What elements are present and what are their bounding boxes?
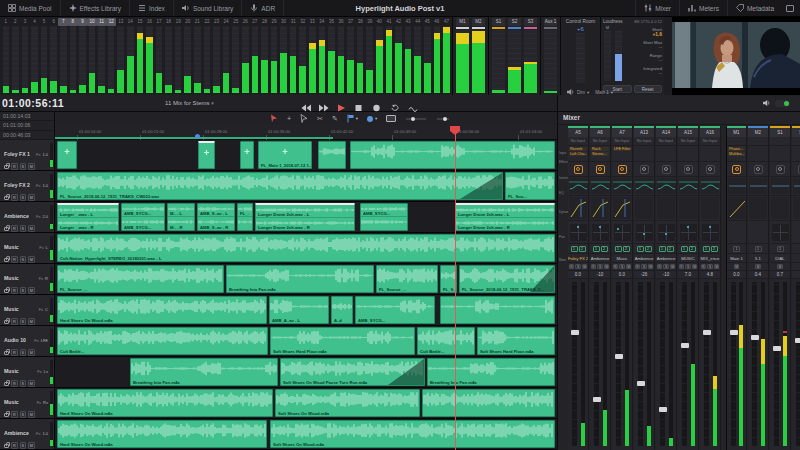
- strip-input[interactable]: No Input: [656, 137, 676, 146]
- strip-track-name[interactable]: Music: [612, 254, 632, 263]
- track-r-button[interactable]: R: [11, 287, 18, 294]
- track-lane[interactable]: FL_Main 1_2018-07-12 1...: [55, 140, 557, 170]
- strip-r-button[interactable]: R: [679, 264, 685, 270]
- strip-track-name[interactable]: Ambience: [634, 254, 654, 263]
- strip-effects[interactable]: [748, 146, 768, 162]
- strip-eq[interactable]: [727, 177, 746, 196]
- fader-handle[interactable]: [637, 381, 645, 386]
- track-lane[interactable]: Longer _.wav - LLonger _.wav - RAMB_SYCG…: [55, 202, 557, 232]
- fader-track[interactable]: [660, 282, 665, 446]
- strip-dynamics[interactable]: [792, 196, 800, 221]
- audio-clip[interactable]: Longer _.wav - LLonger _.wav - R: [57, 203, 119, 231]
- insert-power-button[interactable]: [618, 165, 627, 174]
- effect-item[interactable]: Stereo...: [591, 152, 609, 156]
- audio-clip[interactable]: [318, 141, 346, 169]
- track-header[interactable]: MusicFxLRSM: [0, 233, 55, 263]
- strip-eq[interactable]: [700, 177, 720, 196]
- strip-eq[interactable]: [748, 177, 768, 196]
- audio-clip[interactable]: FL_Sou...: [505, 172, 555, 200]
- record-button[interactable]: [372, 98, 383, 116]
- strip-dynamics[interactable]: [612, 196, 632, 221]
- fader-handle[interactable]: [795, 338, 800, 343]
- lock-icon[interactable]: [4, 351, 9, 355]
- fader-handle[interactable]: [571, 330, 579, 335]
- fader-track[interactable]: [616, 282, 621, 446]
- fader-track[interactable]: [572, 282, 577, 446]
- track-s-button[interactable]: S: [20, 349, 27, 356]
- audio-clip[interactable]: [240, 141, 254, 169]
- track-header[interactable]: Foley FX 2Fx1.0RSM: [0, 171, 55, 201]
- strip-effects[interactable]: [700, 146, 720, 162]
- effect-item[interactable]: LFE Filter: [613, 147, 631, 151]
- audio-clip[interactable]: FL_Source_2018-06-12_1931_TRAKS_CW003.wa…: [57, 172, 503, 200]
- audio-clip[interactable]: Soft Shoes Hard Floor.m4a: [270, 327, 415, 355]
- strip-r-button[interactable]: R: [657, 264, 663, 270]
- strip-track-name[interactable]: MIX_ence: [700, 254, 720, 263]
- audio-clip[interactable]: Hard Shoes On Wood.m4a: [57, 420, 267, 448]
- strip-input[interactable]: [792, 137, 800, 146]
- audio-clip[interactable]: M.. - LM.. - R: [167, 203, 195, 231]
- lock-icon[interactable]: [4, 165, 9, 169]
- fader-track[interactable]: [774, 282, 779, 446]
- fader-handle[interactable]: [615, 354, 623, 359]
- strip-m-button[interactable]: M: [714, 264, 720, 270]
- track-m-button[interactable]: M: [28, 194, 35, 201]
- fader-handle[interactable]: [659, 407, 667, 412]
- scrub-button[interactable]: [408, 98, 419, 116]
- fader-track[interactable]: [796, 282, 800, 446]
- audio-clip[interactable]: Cult Battle...: [57, 327, 268, 355]
- audio-clip[interactable]: Soft Shoes On Wood.m4a: [275, 389, 420, 417]
- fader-track[interactable]: [704, 282, 709, 446]
- track-lane[interactable]: Hard Shoes On Wood.m4aSoft Shoes On Wood…: [55, 388, 557, 418]
- track-m-button[interactable]: M: [28, 349, 35, 356]
- audio-clip[interactable]: [350, 141, 555, 169]
- audio-clip[interactable]: Breathing Into Fan.m4a: [226, 265, 374, 293]
- strip-input[interactable]: [727, 137, 746, 146]
- track-r-button[interactable]: R: [11, 411, 18, 418]
- strip-eq[interactable]: [678, 177, 698, 196]
- strip-pan[interactable]: [770, 221, 790, 244]
- audio-clip[interactable]: [422, 389, 555, 417]
- strip-r-button[interactable]: R: [613, 264, 619, 270]
- track-m-button[interactable]: M: [28, 287, 35, 294]
- main-assign-chip[interactable]: 1: [593, 246, 600, 252]
- track-header[interactable]: MusicFxRsRSM: [0, 388, 55, 418]
- audio-clip[interactable]: AMB_A..av - L: [269, 296, 329, 324]
- track-s-button[interactable]: S: [20, 380, 27, 387]
- main-assign-chip[interactable]: 1: [777, 246, 784, 252]
- effect-item[interactable]: Multiba...: [728, 152, 745, 156]
- main-assign-chip[interactable]: 1: [755, 246, 762, 252]
- strip-effects[interactable]: [656, 146, 676, 162]
- track-s-button[interactable]: S: [20, 194, 27, 201]
- track-r-button[interactable]: R: [11, 256, 18, 263]
- track-header[interactable]: AmbienceFx2.0RSM: [0, 202, 55, 232]
- track-header[interactable]: Foley FX 1Fx1.0RSM: [0, 140, 55, 170]
- strip-eq[interactable]: [634, 177, 654, 196]
- stop-button[interactable]: [354, 98, 365, 116]
- track-m-button[interactable]: M: [28, 411, 35, 418]
- track-s-button[interactable]: S: [20, 411, 27, 418]
- lock-icon[interactable]: [4, 444, 9, 448]
- audio-clip[interactable]: A..d: [331, 296, 353, 324]
- audio-clip[interactable]: FL_Source_...: [376, 265, 438, 293]
- insert-power-button[interactable]: [684, 165, 693, 174]
- strip-s-button[interactable]: S: [641, 264, 647, 270]
- track-r-button[interactable]: R: [11, 442, 18, 449]
- menu-item-sound-library[interactable]: Sound Library: [174, 0, 242, 16]
- fader-handle[interactable]: [730, 330, 738, 335]
- fader-track[interactable]: [752, 282, 757, 446]
- track-header[interactable]: MusicFxLsRSM: [0, 357, 55, 387]
- fader-handle[interactable]: [681, 343, 689, 348]
- strip-dynamics[interactable]: [634, 196, 654, 221]
- strip-s-button[interactable]: S: [685, 264, 691, 270]
- main-assign-chip[interactable]: 2: [579, 246, 586, 252]
- track-s-button[interactable]: S: [20, 442, 27, 449]
- strip-input[interactable]: No Input: [612, 137, 632, 146]
- strip-m-button[interactable]: M: [777, 264, 783, 270]
- audio-clip[interactable]: FL_Main 1_2018-07-12 1...: [258, 141, 312, 169]
- track-lane[interactable]: FL_Source_...Breathing Into Fan.m4aFL_So…: [55, 264, 557, 294]
- insert-power-button[interactable]: [706, 165, 715, 174]
- strip-eq[interactable]: [612, 177, 632, 196]
- strip-s-button[interactable]: S: [619, 264, 625, 270]
- monitor-select[interactable]: Main 1▾: [595, 90, 613, 95]
